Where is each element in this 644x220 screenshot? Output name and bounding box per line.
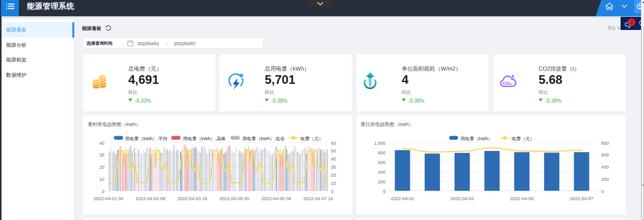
svg-text:CO₂: CO₂ [502,80,512,86]
svg-text:2022-04-05 00: 2022-04-05 00 [219,196,249,201]
svg-text:2022-04-01 00: 2022-04-01 00 [94,196,124,201]
svg-text:40: 40 [99,141,104,146]
svg-text:逐日用电趋势图（kWh）: 逐日用电趋势图（kWh） [360,121,414,127]
svg-text:用电量（kWh）,平段: 用电量（kWh）,平段 [125,136,168,141]
svg-text:0: 0 [331,189,333,194]
svg-text:2022-04-02 08: 2022-04-02 08 [135,196,165,201]
svg-text:200: 200 [378,179,385,184]
svg-text:2022-04-07: 2022-04-07 [570,196,593,201]
svg-text:400: 400 [378,170,385,175]
svg-text:30: 30 [331,165,336,170]
svg-text:2022-04-07 16: 2022-04-07 16 [303,196,333,201]
svg-text:2022-04-03 16: 2022-04-03 16 [178,196,208,201]
svg-text:用电量（kWh）: 用电量（kWh） [461,136,493,141]
svg-text:20: 20 [331,173,336,178]
svg-text:800: 800 [378,150,385,155]
svg-text:2022-04-03: 2022-04-03 [451,196,474,201]
svg-text:逐时用电趋势图（kWh）: 逐时用电趋势图（kWh） [88,121,141,127]
svg-text:电费（元）: 电费（元） [512,136,535,141]
svg-text:用电量（kWh）,高峰: 用电量（kWh）,高峰 [183,136,226,141]
svg-text:0: 0 [102,189,104,194]
svg-text:2022-04-05: 2022-04-05 [510,196,534,201]
svg-text:50: 50 [331,148,336,153]
svg-text:600: 600 [378,160,385,165]
svg-text:20: 20 [99,165,104,170]
svg-text:1,000: 1,000 [374,141,386,146]
svg-text:60: 60 [331,141,336,146]
svg-text:400: 400 [601,165,609,170]
svg-text:800: 800 [601,141,609,146]
svg-text:40: 40 [331,156,336,162]
svg-text:30: 30 [99,152,104,158]
svg-text:电费（元）: 电费（元） [300,136,323,141]
svg-text:0: 0 [383,189,385,194]
svg-text:10: 10 [331,181,336,186]
svg-text:200: 200 [601,177,609,182]
svg-text:10: 10 [99,177,104,182]
svg-text:2022-04-01: 2022-04-01 [390,196,414,201]
svg-text:用电量（kWh）,低谷: 用电量（kWh）,低谷 [242,136,285,141]
svg-text:2022-04-06 08: 2022-04-06 08 [261,196,291,201]
svg-text:0: 0 [601,189,604,194]
svg-text:600: 600 [601,152,609,158]
